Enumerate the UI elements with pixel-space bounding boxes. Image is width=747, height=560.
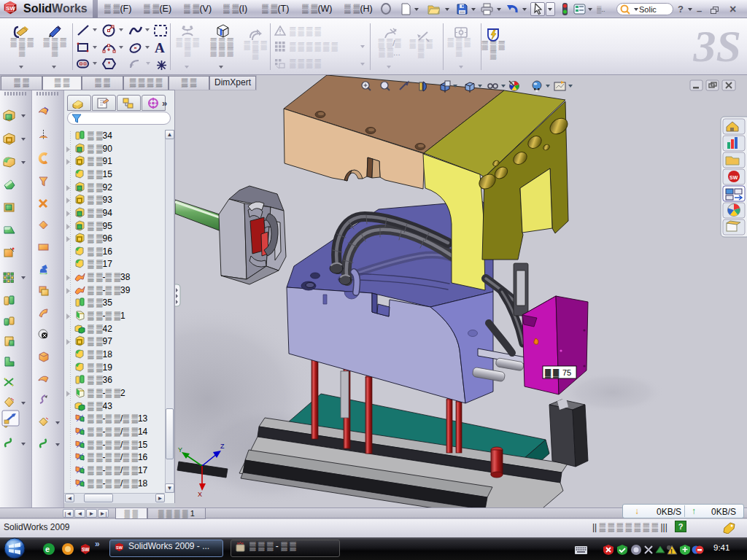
svg-text:SW: SW [82, 547, 90, 552]
svg-text:SW: SW [116, 545, 123, 550]
svg-text:▓▓: ▓▓ [545, 368, 561, 378]
svg-text:X: X [198, 491, 202, 498]
svg-text:SW: SW [6, 5, 15, 12]
svg-text:Y: Y [178, 446, 182, 454]
svg-text:75: 75 [562, 368, 571, 377]
svg-text:SW: SW [729, 175, 738, 180]
svg-text:e: e [45, 545, 50, 553]
svg-text:A: A [155, 40, 165, 55]
svg-text:Z: Z [220, 443, 225, 450]
